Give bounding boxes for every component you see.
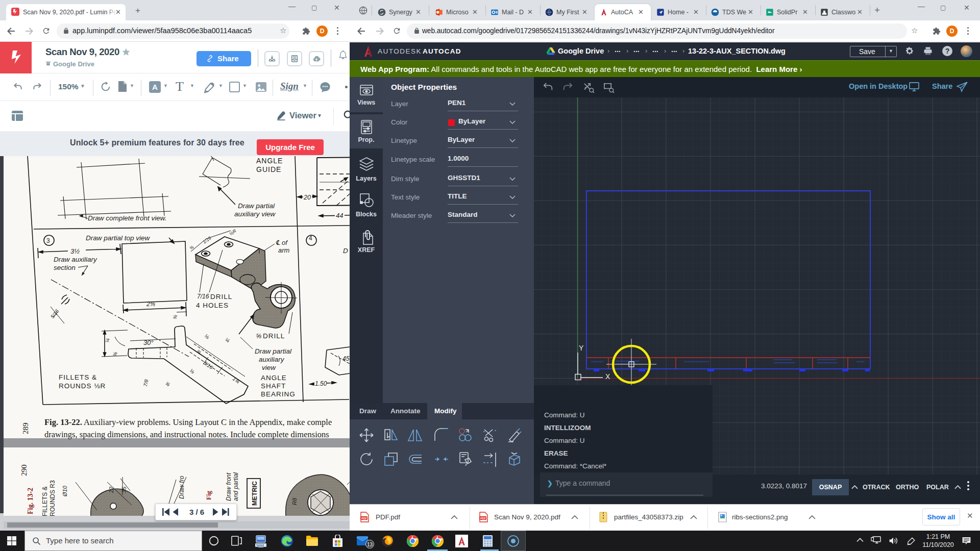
svg-text:35: 35 — [121, 486, 127, 493]
svg-text:R8: R8 — [291, 497, 298, 505]
svg-text:METRIC: METRIC — [251, 481, 258, 506]
svg-text:GUIDE: GUIDE — [256, 165, 281, 173]
svg-text:Draw partial: Draw partial — [255, 347, 292, 355]
svg-text:FILLETS &: FILLETS & — [41, 486, 48, 516]
svg-text:4: 4 — [309, 235, 312, 242]
svg-text:290: 290 — [20, 465, 28, 477]
svg-text:DRILL: DRILL — [263, 332, 285, 340]
svg-text:22: 22 — [108, 487, 114, 493]
svg-text:DRILL: DRILL — [210, 293, 232, 300]
svg-text:and partial: and partial — [232, 472, 239, 501]
svg-text:20: 20 — [303, 194, 311, 201]
svg-text:ROUNDS ⅛R: ROUNDS ⅛R — [59, 382, 106, 390]
svg-text:D: D — [343, 247, 348, 255]
svg-text:Y: Y — [579, 344, 584, 352]
svg-text:⅝: ⅝ — [256, 333, 261, 340]
svg-text:PDF: PDF — [480, 517, 486, 520]
svg-text:℄ of: ℄ of — [276, 239, 288, 246]
svg-text:⅜: ⅜ — [172, 314, 178, 319]
svg-text:SHAFT: SHAFT — [261, 382, 286, 390]
svg-text:4 HOLES: 4 HOLES — [196, 302, 229, 309]
svg-text:30°: 30° — [143, 339, 154, 346]
svg-text:Draw front: Draw front — [225, 472, 232, 501]
svg-text:drawings, spacing dimensions,: drawings, spacing dimensions, and instru… — [44, 430, 329, 439]
svg-text:Draw auxiliary: Draw auxiliary — [54, 256, 97, 263]
svg-text:auxiliary: auxiliary — [259, 356, 285, 363]
svg-text:auxiliary view: auxiliary view — [234, 210, 276, 218]
svg-text:PDF: PDF — [361, 517, 368, 520]
svg-text:2⅜: 2⅜ — [146, 300, 155, 308]
svg-text:BEARING: BEARING — [261, 390, 296, 398]
svg-text:X: X — [605, 372, 610, 381]
svg-text:45: 45 — [342, 355, 350, 362]
svg-text:ANGLE: ANGLE — [256, 157, 283, 165]
svg-text:7/16: 7/16 — [197, 293, 209, 300]
svg-text:Fig. 13-2: Fig. 13-2 — [27, 488, 34, 514]
svg-text:arm: arm — [278, 246, 290, 254]
svg-text:Draw complete front view.: Draw complete front view. — [88, 214, 167, 222]
svg-text:view: view — [262, 364, 276, 371]
svg-text:1.50: 1.50 — [315, 380, 327, 387]
svg-text:289: 289 — [21, 423, 30, 435]
svg-text:ROUNDS R3: ROUNDS R3 — [49, 480, 56, 516]
svg-text:44: 44 — [336, 212, 343, 219]
svg-text:FILLETS &: FILLETS & — [59, 373, 97, 381]
svg-text:3½: 3½ — [70, 247, 80, 255]
svg-text:Fig: Fig — [205, 490, 212, 500]
svg-text:ANGLE: ANGLE — [261, 374, 287, 382]
svg-text:section: section — [54, 264, 76, 271]
svg-text:3: 3 — [46, 237, 50, 244]
svg-text:Draw partial top view: Draw partial top view — [86, 234, 151, 242]
svg-text:Ø10: Ø10 — [62, 485, 68, 497]
svg-text:Draw fro: Draw fro — [178, 475, 185, 499]
svg-text:Draw partial: Draw partial — [238, 202, 275, 210]
svg-text:Fig. 13-22. Auxiliary-view pro: Fig. 13-22. Auxiliary-view problems. Usi… — [44, 417, 332, 427]
